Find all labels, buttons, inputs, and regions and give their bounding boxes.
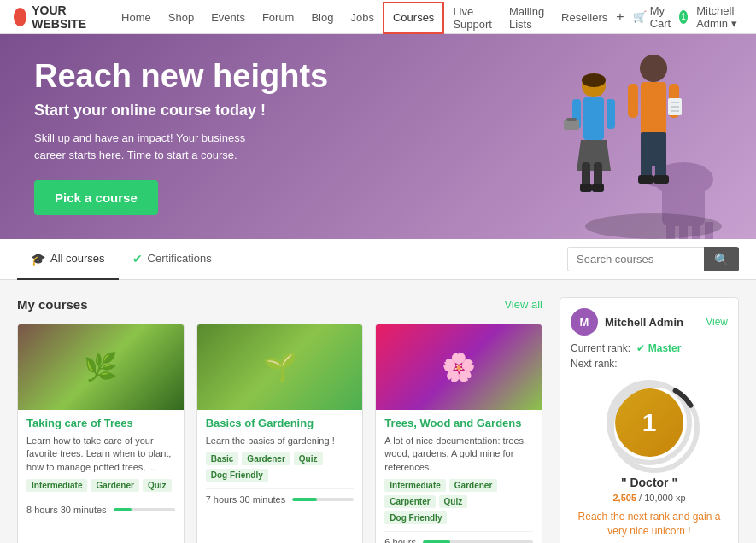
card-body: Trees, Wood and Gardens A lot of nice do… [376, 410, 542, 543]
tab-all-courses[interactable]: 🎓 All courses [17, 239, 119, 280]
cart-badge: 1 [679, 10, 689, 24]
card-body: Taking care of Trees Learn how to take c… [18, 410, 184, 522]
card-desc: Learn how to take care of your favorite … [26, 435, 175, 474]
progress-bar [114, 508, 175, 511]
card-title[interactable]: Taking care of Trees [26, 417, 175, 429]
pick-course-button[interactable]: Pick a course [34, 180, 158, 215]
tag: Quiz [439, 495, 468, 508]
xp-current: 2,505 [612, 493, 636, 503]
card-body: Basics of Gardening Learn the basics of … [197, 410, 363, 511]
nav-mailing-lists[interactable]: Mailing Lists [501, 0, 553, 34]
tag: Carpenter [384, 495, 435, 508]
progress-fill [292, 498, 317, 501]
nav-courses[interactable]: Courses [383, 2, 444, 34]
nav-right: + 🛒 My Cart 1 Mitchell Admin ▾ [616, 4, 742, 30]
progress-bar [292, 498, 354, 501]
hero-desc: Skill up and have an impact! Your busine… [34, 130, 256, 163]
xp-max: 10,000 [644, 493, 673, 503]
nav-events[interactable]: Events [202, 0, 254, 34]
card-desc: Learn the basics of gardening ! [206, 435, 355, 447]
course-card: 🌸 Trees, Wood and Gardens A lot of nice … [375, 324, 542, 543]
duration-text: 8 hours 30 minutes [26, 505, 107, 515]
course-image: 🌱 [197, 324, 363, 410]
course-card: 🌱 Basics of Gardening Learn the basics o… [196, 324, 364, 543]
progress-fill [114, 508, 132, 511]
course-image: 🌸 [376, 324, 542, 410]
navbar: YOUR WEBSITE Home Shop Events Forum Blog… [0, 0, 756, 34]
svg-rect-3 [666, 222, 675, 239]
card-tags: IntermediateGardenerQuiz [26, 479, 175, 492]
nav-jobs[interactable]: Jobs [342, 0, 382, 34]
site-logo[interactable]: YOUR WEBSITE [14, 3, 96, 31]
user-menu[interactable]: Mitchell Admin ▾ [696, 4, 742, 30]
course-image: 🌿 [18, 324, 184, 410]
nav-resellers[interactable]: Resellers [553, 0, 616, 34]
tag: Dog Friendly [384, 511, 447, 524]
tag: Intermediate [384, 479, 445, 492]
svg-rect-26 [638, 175, 653, 184]
profile-name: Mitchell Admin [605, 316, 683, 329]
nav-home[interactable]: Home [113, 0, 160, 34]
rank-title: " Doctor " [571, 476, 728, 489]
tabs-bar: 🎓 All courses ✔ Certifications 🔍 [0, 239, 756, 280]
card-title[interactable]: Trees, Wood and Gardens [384, 417, 533, 429]
section-title: My courses [17, 297, 88, 312]
tab-all-courses-label: All courses [50, 252, 105, 265]
section-header: My courses View all [17, 297, 542, 312]
card-tags: IntermediateGardenerCarpenterQuizDog Fri… [384, 479, 533, 524]
sidebar: M Mitchell Admin View Current rank: ✔ Ma… [560, 297, 739, 543]
profile-header: M Mitchell Admin View [571, 308, 728, 336]
rank-icon: ✔ [636, 342, 645, 354]
hero-illustration [466, 43, 722, 239]
tag: Quiz [294, 452, 323, 465]
card-title[interactable]: Basics of Gardening [206, 417, 355, 429]
view-all-link[interactable]: View all [504, 298, 542, 311]
logo-icon [14, 8, 26, 26]
cart-label: My Cart [650, 4, 676, 30]
hero-section: Reach new heights Start your online cour… [0, 34, 756, 239]
card-duration: 6 hours [384, 531, 533, 543]
tab-certifications-label: Certifications [148, 252, 212, 265]
profile-info: M Mitchell Admin [571, 308, 683, 336]
profile-view-link[interactable]: View [706, 316, 728, 328]
card-desc: A lot of nice documentation: trees, wood… [384, 435, 533, 474]
tag: Gardener [242, 452, 290, 465]
next-rank-label: Next rank: [571, 358, 618, 370]
card-duration: 7 hours 30 minutes [206, 488, 355, 505]
cart-area[interactable]: 🛒 My Cart 1 [633, 4, 689, 30]
rank-circle: 1 [571, 380, 728, 465]
search-area: 🔍 [567, 247, 739, 272]
cart-icon: 🛒 [633, 10, 647, 23]
rank-master-label: Master [648, 342, 682, 354]
tag: Gardener [91, 479, 138, 492]
tag: Basic [206, 452, 239, 465]
svg-rect-11 [583, 97, 604, 140]
rank-circle-outer: 1 [607, 380, 692, 465]
courses-section: My courses View all 🌿 Taking care of Tre… [17, 297, 542, 543]
nav-plus[interactable]: + [616, 9, 624, 25]
card-duration: 8 hours 30 minutes [26, 499, 175, 515]
svg-rect-16 [592, 184, 604, 192]
nav-live-support[interactable]: Live Support [444, 0, 501, 34]
nav-shop[interactable]: Shop [160, 0, 202, 34]
current-rank-label: Current rank: [571, 342, 630, 354]
search-button[interactable]: 🔍 [704, 247, 739, 272]
duration-text: 7 hours 30 minutes [206, 494, 286, 505]
graduation-icon: 🎓 [31, 252, 45, 266]
svg-rect-4 [679, 222, 688, 239]
rank-xp: 2,505 / 10,000 xp [571, 493, 728, 503]
svg-point-10 [582, 73, 606, 87]
nav-blog[interactable]: Blog [302, 0, 342, 34]
nav-forum[interactable]: Forum [254, 0, 303, 34]
svg-rect-6 [705, 222, 713, 239]
nav-links: Home Shop Events Forum Blog Jobs Courses… [113, 0, 616, 34]
current-rank-info: Current rank: ✔ Master [571, 342, 728, 354]
tab-certifications[interactable]: ✔ Certifications [119, 239, 226, 280]
search-input[interactable] [567, 247, 704, 272]
svg-rect-22 [641, 82, 666, 137]
svg-rect-20 [566, 118, 577, 121]
svg-rect-15 [580, 184, 592, 192]
svg-rect-28 [628, 84, 638, 118]
logo-text: YOUR WEBSITE [32, 3, 96, 31]
tag: Gardener [449, 479, 497, 492]
